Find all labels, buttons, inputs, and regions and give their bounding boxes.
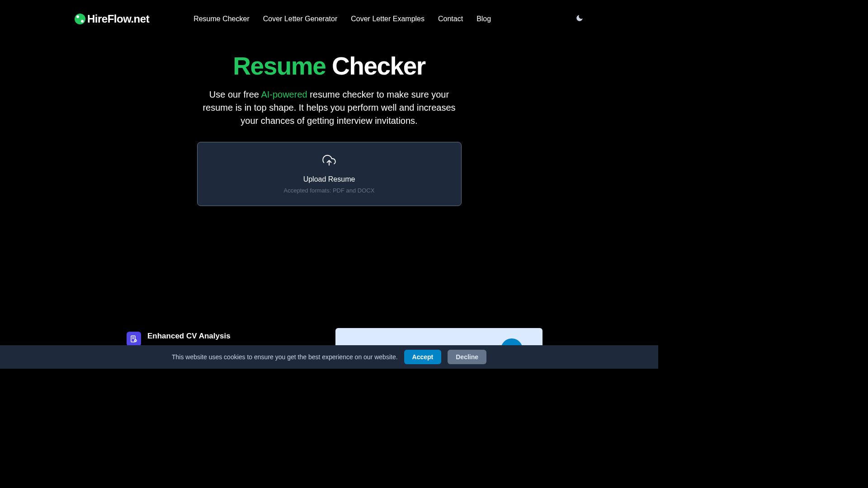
upload-dropzone[interactable]: Upload Resume Accepted formats: PDF and …	[197, 142, 462, 206]
main-nav: Resume Checker Cover Letter Generator Co…	[193, 15, 491, 23]
logo-icon	[75, 14, 85, 24]
upload-formats-text: Accepted formats: PDF and DOCX	[284, 187, 375, 194]
logo-text-net: .net	[131, 13, 149, 25]
page-title: Resume Checker	[9, 52, 649, 80]
logo-text-flow: Flow	[108, 13, 131, 25]
page-title-highlight: Resume	[233, 52, 326, 80]
upload-cloud-icon	[321, 154, 337, 169]
subtitle-highlight: AI-powered	[261, 89, 307, 99]
accept-cookies-button[interactable]: Accept	[404, 350, 442, 364]
nav-resume-checker[interactable]: Resume Checker	[193, 15, 250, 23]
decline-cookies-button[interactable]: Decline	[448, 350, 486, 364]
logo-text-hire: Hire	[87, 13, 108, 25]
header: HireFlow.net Resume Checker Cover Letter…	[0, 0, 658, 25]
upload-label: Upload Resume	[303, 175, 355, 183]
feature-card: Enhanced CV Analysis	[127, 332, 231, 346]
logo[interactable]: HireFlow.net	[75, 13, 149, 25]
nav-cover-letter-generator[interactable]: Cover Letter Generator	[263, 15, 338, 23]
page-title-rest: Checker	[326, 52, 425, 80]
cookie-banner: This website uses cookies to ensure you …	[0, 345, 658, 369]
theme-toggle-button[interactable]	[576, 14, 584, 24]
feature-title: Enhanced CV Analysis	[147, 332, 231, 341]
document-analysis-icon	[127, 332, 141, 346]
nav-blog[interactable]: Blog	[476, 15, 491, 23]
moon-icon	[576, 14, 584, 22]
hero-section: Resume Checker Use our free AI-powered r…	[0, 52, 658, 206]
cookie-text: This website uses cookies to ensure you …	[172, 353, 398, 361]
subtitle-prefix: Use our free	[209, 89, 261, 99]
nav-cover-letter-examples[interactable]: Cover Letter Examples	[351, 15, 425, 23]
page-subtitle: Use our free AI-powered resume checker t…	[196, 88, 462, 127]
logo-text: HireFlow.net	[87, 13, 149, 25]
nav-contact[interactable]: Contact	[438, 15, 463, 23]
